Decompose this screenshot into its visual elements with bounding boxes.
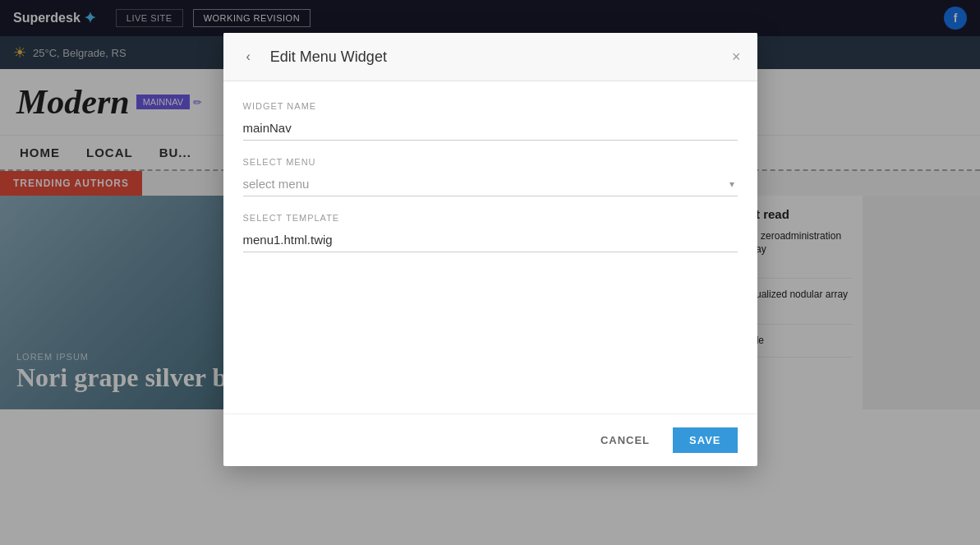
modal-footer: CANCEL SAVE — [223, 413, 757, 466]
widget-name-label: WIDGET NAME — [243, 101, 738, 111]
select-template-input[interactable] — [243, 228, 738, 252]
select-template-field: SELECT TEMPLATE — [243, 213, 738, 252]
modal-close-button[interactable]: × — [732, 49, 741, 64]
save-button[interactable]: SAVE — [673, 427, 737, 453]
modal-back-button[interactable]: ‹ — [240, 46, 257, 67]
select-menu-wrapper: select menu ▾ — [243, 172, 738, 196]
modal-title: Edit Menu Widget — [270, 48, 719, 66]
modal-spacer — [243, 269, 738, 400]
select-menu-field: SELECT MENU select menu ▾ — [243, 157, 738, 196]
edit-menu-widget-modal: ‹ Edit Menu Widget × WIDGET NAME SELECT … — [223, 33, 757, 466]
modal-header: ‹ Edit Menu Widget × — [223, 33, 757, 81]
modal-overlay: ‹ Edit Menu Widget × WIDGET NAME SELECT … — [0, 0, 980, 545]
select-template-label: SELECT TEMPLATE — [243, 213, 738, 223]
widget-name-field: WIDGET NAME — [243, 101, 738, 141]
widget-name-input[interactable] — [243, 116, 738, 141]
cancel-button[interactable]: CANCEL — [587, 427, 663, 453]
select-menu-label: SELECT MENU — [243, 157, 738, 167]
select-menu-dropdown[interactable]: select menu — [243, 172, 738, 196]
modal-body: WIDGET NAME SELECT MENU select menu ▾ SE… — [223, 81, 757, 413]
